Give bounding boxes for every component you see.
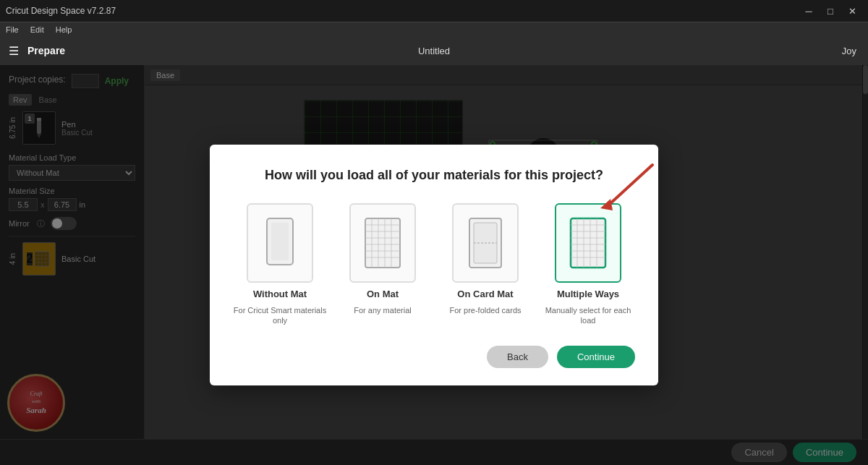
menu-file[interactable]: File (6, 25, 19, 34)
modal-options: Without Mat For Cricut Smart materials o… (233, 203, 635, 326)
svg-marker-47 (600, 199, 613, 210)
title-bar-controls: ─ □ ✕ (799, 3, 862, 19)
svg-rect-21 (365, 218, 400, 268)
option-card-mat-sublabel: For pre-folded cards (449, 305, 521, 315)
project-title: Untitled (418, 46, 450, 56)
option-without-mat[interactable]: Without Mat For Cricut Smart materials o… (233, 203, 327, 326)
modal-dialog: How will you load all of your materials … (210, 145, 658, 386)
minimize-button[interactable]: ─ (799, 3, 819, 19)
option-card-without-mat[interactable] (247, 203, 313, 283)
menu-help[interactable]: Help (56, 25, 72, 34)
restore-button[interactable]: □ (820, 3, 841, 19)
option-multiple-ways-sublabel: Manually select for each load (541, 305, 635, 326)
svg-rect-35 (571, 218, 605, 268)
hamburger-icon[interactable]: ☰ (9, 44, 19, 58)
main-layout: Project copies: 1 Apply Rev Base 6.75 in… (0, 65, 868, 465)
modal-title: How will you load all of your materials … (233, 168, 635, 183)
option-card-card-mat[interactable] (452, 203, 519, 283)
modal-buttons: Back Continue (233, 346, 635, 368)
option-multiple-ways-label: Multiple Ways (557, 289, 619, 299)
option-card-multiple-ways[interactable] (555, 203, 621, 283)
without-mat-icon (260, 216, 300, 270)
option-on-mat-label: On Mat (367, 289, 399, 299)
svg-rect-20 (271, 223, 289, 260)
app-title: Cricut Design Space v7.2.87 (6, 6, 116, 16)
modal-continue-button[interactable]: Continue (557, 346, 635, 368)
option-on-mat[interactable]: On Mat For any material (336, 203, 430, 326)
option-card-on-mat[interactable] (349, 203, 416, 283)
modal-overlay: How will you load all of your materials … (0, 65, 868, 465)
option-multiple-ways[interactable]: Multiple Ways Manually select for each l… (541, 203, 635, 326)
on-mat-icon (361, 216, 404, 270)
option-card-mat[interactable]: On Card Mat For pre-folded cards (438, 203, 532, 326)
user-label: Joy (842, 46, 856, 56)
title-bar: Cricut Design Space v7.2.87 ─ □ ✕ (0, 0, 868, 22)
option-without-mat-sublabel: For Cricut Smart materials only (233, 305, 327, 326)
close-button[interactable]: ✕ (842, 3, 862, 19)
option-without-mat-label: Without Mat (253, 289, 307, 299)
menu-edit[interactable]: Edit (30, 25, 44, 34)
menu-bar: File Edit Help (0, 22, 868, 36)
multiple-ways-icon (566, 216, 610, 270)
card-mat-icon (467, 216, 504, 270)
prepare-label: Prepare (27, 45, 65, 56)
modal-back-button[interactable]: Back (487, 346, 548, 368)
option-on-mat-sublabel: For any material (354, 305, 411, 315)
title-bar-left: Cricut Design Space v7.2.87 (6, 6, 116, 16)
option-card-mat-label: On Card Mat (457, 289, 513, 299)
app-header: ☰ Prepare Untitled Joy (0, 36, 868, 65)
